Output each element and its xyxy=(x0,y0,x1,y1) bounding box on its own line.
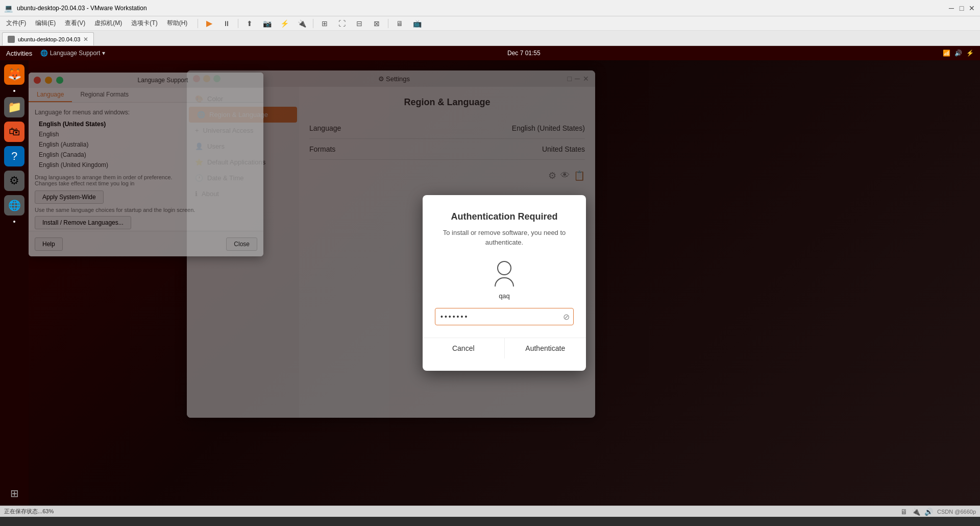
full-screen-button[interactable]: ⛶ xyxy=(335,18,349,29)
display-button[interactable]: 🖥 xyxy=(393,18,407,29)
panel-icon-files[interactable]: 📁 xyxy=(4,97,24,117)
ubuntu-topbar: Activities 🌐 Language Support ▾ Dec 7 01… xyxy=(0,46,980,60)
vm-icon: 💻 xyxy=(4,4,13,12)
toolbar: ▶ ⏸ ⬆ 📷 ⚡ 🔌 ⊞ ⛶ ⊟ ⊠ 🖥 📺 xyxy=(197,18,424,29)
active-indicator xyxy=(13,90,15,92)
topbar-left: Activities 🌐 Language Support ▾ xyxy=(6,50,105,57)
toolbar-divider-4 xyxy=(388,19,388,28)
maximize-button[interactable]: □ xyxy=(958,4,966,12)
auth-dialog: Authentication Required To install or re… xyxy=(423,195,586,370)
send-to-button[interactable]: ⬆ xyxy=(242,18,257,29)
close-button[interactable]: ✕ xyxy=(968,4,976,12)
auth-password-field: ⊘ xyxy=(435,308,574,325)
statusbar-status: 正在保存状态...63% xyxy=(4,508,54,515)
menu-file[interactable]: 文件(F) xyxy=(2,17,30,30)
network-icon[interactable]: 📶 xyxy=(943,50,950,57)
topbar-clock: Dec 7 01:55 xyxy=(507,50,541,57)
toolbar-divider-3 xyxy=(313,19,313,28)
menu-help[interactable]: 帮助(H) xyxy=(163,17,192,30)
auth-title: Authentication Required xyxy=(451,211,557,222)
statusbar-icon-1: 🖥 xyxy=(900,508,908,516)
active-indicator-lang xyxy=(13,221,15,223)
vmware-menubar: 文件(F) 编辑(E) 查看(V) 虚拟机(M) 选项卡(T) 帮助(H) ▶ … xyxy=(0,16,980,31)
panel-icon-settings[interactable]: ⚙ xyxy=(4,171,24,191)
vm-tab[interactable]: ubuntu-desktop-20.04.03 ✕ xyxy=(2,32,94,45)
statusbar-icon-3: 🔊 xyxy=(924,508,933,516)
play-icon: ▶ xyxy=(206,18,212,28)
auth-password-input[interactable] xyxy=(435,308,574,325)
vm-tab-close[interactable]: ✕ xyxy=(83,36,88,43)
panel-grid-button[interactable]: ⊞ xyxy=(10,487,19,499)
vmware-titlebar: 💻 ubuntu-desktop-20.04.03 - VMware Works… xyxy=(0,0,980,16)
menu-tabs[interactable]: 选项卡(T) xyxy=(127,17,161,30)
display2-button[interactable]: 📺 xyxy=(410,18,424,29)
panel-icon-help[interactable]: ? xyxy=(4,146,24,166)
statusbar-csdn: CSDN @6660p xyxy=(937,509,976,515)
menu-view[interactable]: 查看(V) xyxy=(61,17,89,30)
power-button[interactable]: ⚡ xyxy=(277,18,291,29)
snapshot-button[interactable]: 📷 xyxy=(260,18,274,29)
vmware-statusbar: 正在保存状态...63% 🖥 🔌 🔊 CSDN @6660p xyxy=(0,506,980,517)
menu-edit[interactable]: 编辑(E) xyxy=(31,17,60,30)
ubuntu-content: ⚙ Settings □ ─ ✕ 🎨 Color 🌐 Region & Lang… xyxy=(29,60,980,506)
cancel-button[interactable]: Cancel xyxy=(423,338,505,358)
activities-button[interactable]: Activities xyxy=(6,50,32,57)
avatar-head xyxy=(497,261,511,275)
panel-icon-lang[interactable]: 🌐 xyxy=(4,195,24,216)
vmware-tabbar: ubuntu-desktop-20.04.03 ✕ xyxy=(0,31,980,46)
topbar-app-name[interactable]: 🌐 Language Support ▾ xyxy=(40,50,105,57)
ubuntu-left-panel: 🦊 📁 🛍 ? ⚙ 🌐 ⊞ xyxy=(0,60,29,506)
vm-tab-icon xyxy=(8,36,15,43)
titlebar-controls: ─ □ ✕ xyxy=(947,4,976,12)
split-button[interactable]: ⊟ xyxy=(352,18,366,29)
usb-button[interactable]: 🔌 xyxy=(295,18,309,29)
play-button[interactable]: ▶ xyxy=(202,18,216,29)
titlebar-title: ubuntu-desktop-20.04.03 - VMware Worksta… xyxy=(17,5,147,12)
power-icon[interactable]: ⚡ xyxy=(966,50,974,57)
vm-tab-label: ubuntu-desktop-20.04.03 xyxy=(18,36,80,42)
statusbar-icon-2: 🔌 xyxy=(912,508,920,516)
ubuntu-desktop: Activities 🌐 Language Support ▾ Dec 7 01… xyxy=(0,46,980,506)
auth-username: qaq xyxy=(499,292,510,300)
minimize-button[interactable]: ─ xyxy=(947,4,955,12)
pause-button[interactable]: ⏸ xyxy=(219,18,234,29)
statusbar-right: 🖥 🔌 🔊 CSDN @6660p xyxy=(900,508,976,516)
authenticate-button[interactable]: Authenticate xyxy=(505,338,586,358)
panel-icon-software[interactable]: 🛍 xyxy=(4,122,24,142)
topbar-right: 📶 🔊 ⚡ xyxy=(943,50,974,57)
auth-buttons: Cancel Authenticate xyxy=(423,338,586,358)
panel-icon-firefox[interactable]: 🦊 xyxy=(4,64,24,85)
auth-overlay: Authentication Required To install or re… xyxy=(29,60,980,506)
auth-avatar xyxy=(490,259,519,288)
eye-icon[interactable]: ⊘ xyxy=(563,312,570,321)
toolbar-divider-1 xyxy=(198,19,198,28)
titlebar-left: 💻 ubuntu-desktop-20.04.03 - VMware Works… xyxy=(4,4,147,12)
auth-subtitle: To install or remove software, you need … xyxy=(435,228,574,247)
toolbar-divider-2 xyxy=(238,19,238,28)
volume-icon[interactable]: 🔊 xyxy=(954,50,962,57)
avatar-body xyxy=(495,277,514,286)
fit-button[interactable]: ⊞ xyxy=(317,18,332,29)
view-toggle[interactable]: ⊠ xyxy=(370,18,384,29)
menu-vm[interactable]: 虚拟机(M) xyxy=(90,17,126,30)
